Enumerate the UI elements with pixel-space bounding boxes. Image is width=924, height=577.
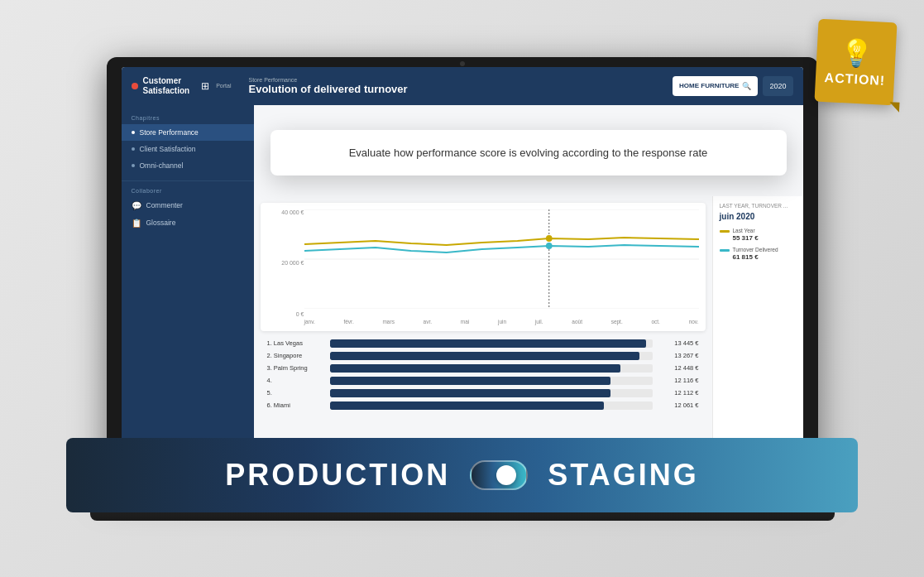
tooltip-text: Evaluate how performance score is evolvi… <box>349 147 708 159</box>
app-name-line2: Satisfaction <box>143 86 190 96</box>
bullet-icon <box>132 164 135 167</box>
legend-label-1: Turnover Delivered <box>733 247 778 253</box>
laptop-screen: Customer Satisfaction ⊞ Portal Store Per… <box>122 67 803 473</box>
bar-value-3: 12 448 € <box>658 364 699 372</box>
bar-value-4: 12 116 € <box>658 377 699 384</box>
legend-color-1 <box>720 249 730 252</box>
logo-area: Customer Satisfaction ⊞ Portal <box>132 76 239 96</box>
bar-fill-6 <box>330 401 605 410</box>
scene: PRODUCTION STAGING Customer Sa <box>0 0 924 577</box>
search-text: HOME FURNITURE <box>679 82 739 89</box>
right-panel-date: juin 2020 <box>720 212 797 221</box>
content-area: Evaluate how performance score is evolvi… <box>254 105 803 473</box>
page-subtitle: Store Performance <box>249 77 663 83</box>
bar-value-2: 13 267 € <box>658 352 699 359</box>
chart-svg <box>304 209 699 309</box>
bar-fill-5 <box>330 389 610 397</box>
bullet-icon <box>132 147 135 151</box>
action-badge: 💡 ACTION! <box>814 19 897 106</box>
app-main: Chapitres Store Performance Client Satis… <box>122 105 803 473</box>
bar-item-5: 5. 12 112 € <box>267 389 699 397</box>
chart-panel: 40 000 € 20 000 € 0 € <box>261 203 706 331</box>
toggle-track-big[interactable] <box>470 460 528 490</box>
chart-x-labels: janv. févr. mars avr. mai juin juil. aoû… <box>267 319 699 325</box>
staging-label-big: STAGING <box>548 458 698 493</box>
bar-track-3 <box>330 364 653 373</box>
chapitres-label: Chapitres <box>122 115 254 121</box>
app-ui: Customer Satisfaction ⊞ Portal Store Per… <box>122 67 803 473</box>
svg-point-5 <box>545 243 552 249</box>
sidebar: Chapitres Store Performance Client Satis… <box>122 105 254 473</box>
screen-bezel: Customer Satisfaction ⊞ Portal Store Per… <box>107 57 818 488</box>
prod-staging-big-banner: PRODUCTION STAGING <box>66 438 858 512</box>
tooltip-card: Evaluate how performance score is evolvi… <box>270 130 787 176</box>
legend-color-0 <box>720 230 730 233</box>
bar-item-6: 6. Miami 12 061 € <box>267 401 699 410</box>
bar-label-6: 6. Miami <box>267 401 325 409</box>
grid-icon: ⊞ <box>201 80 209 92</box>
bar-fill-1 <box>330 339 646 348</box>
legend-value-1: 61 815 € <box>733 253 778 261</box>
bar-label-3: 3. Palm Spring <box>267 364 325 372</box>
chart-container: 40 000 € 20 000 € 0 € <box>267 209 699 317</box>
bar-fill-2 <box>330 352 639 360</box>
action-text: ACTION! <box>824 70 885 89</box>
chart-section: 40 000 € 20 000 € 0 € <box>254 196 712 473</box>
sidebar-item-omni-channel[interactable]: Omni-channel <box>122 157 254 174</box>
portal-label: Portal <box>216 83 231 89</box>
app-header: Customer Satisfaction ⊞ Portal Store Per… <box>122 67 803 105</box>
bar-value-6: 12 061 € <box>658 401 699 409</box>
bar-value-5: 12 112 € <box>658 389 699 397</box>
legend-item-0: Last Year 55 317 € <box>720 228 797 242</box>
bar-track-4 <box>330 377 653 385</box>
bar-item-2: 2. Singapore 13 267 € <box>267 352 699 360</box>
camera <box>460 61 465 66</box>
glossaire-icon: 📋 <box>132 219 141 228</box>
sidebar-item-store-performance[interactable]: Store Performance <box>122 124 254 141</box>
bar-label-1: 1. Las Vegas <box>267 339 325 347</box>
sidebar-item-commenter[interactable]: 💬 Commenter <box>122 197 254 214</box>
bar-fill-4 <box>330 377 610 385</box>
bar-track-5 <box>330 389 653 397</box>
search-icon: 🔍 <box>742 82 751 90</box>
right-panel-header: LAST YEAR, TURNOVER ... <box>720 203 797 209</box>
chart-y-labels: 40 000 € 20 000 € 0 € <box>267 209 304 317</box>
comment-icon: 💬 <box>132 201 141 210</box>
app-title: Customer Satisfaction <box>143 76 190 96</box>
sidebar-item-glossaire[interactable]: 📋 Glossaire <box>122 214 254 232</box>
header-controls: HOME FURNITURE 🔍 2020 <box>673 76 792 96</box>
bar-fill-3 <box>330 364 620 373</box>
logo-dot <box>132 83 138 89</box>
bar-label-4: 4. <box>267 377 325 384</box>
bar-label-5: 5. <box>267 389 325 397</box>
bar-track-6 <box>330 401 653 410</box>
sidebar-divider <box>122 180 254 181</box>
app-name-line1: Customer <box>143 76 190 86</box>
bullet-icon <box>132 131 135 134</box>
chart-area <box>304 209 699 309</box>
bar-label-2: 2. Singapore <box>267 352 325 359</box>
bar-item-3: 3. Palm Spring 12 448 € <box>267 364 699 373</box>
page-title: Evolution of delivered turnover <box>249 83 663 95</box>
collaborer-label: Collaborer <box>122 188 254 194</box>
bar-track-2 <box>330 352 653 360</box>
legend-label-0: Last Year <box>733 228 759 234</box>
page-info: Store Performance Evolution of delivered… <box>249 77 663 95</box>
production-label-big: PRODUCTION <box>225 458 450 493</box>
toggle-thumb-big <box>496 465 516 485</box>
bar-value-1: 13 445 € <box>658 339 699 347</box>
year-selector[interactable]: 2020 <box>763 76 792 96</box>
bar-item-1: 1. Las Vegas 13 445 € <box>267 339 699 348</box>
legend-item-1: Turnover Delivered 61 815 € <box>720 247 797 261</box>
bar-list: 1. Las Vegas 13 445 € 2. Singapore 13 26… <box>261 336 706 417</box>
right-panel: LAST YEAR, TURNOVER ... juin 2020 Last Y… <box>712 196 803 473</box>
lightbulb-icon: 💡 <box>839 36 874 70</box>
search-pill[interactable]: HOME FURNITURE 🔍 <box>673 76 758 96</box>
bar-item-4: 4. 12 116 € <box>267 377 699 385</box>
bar-track-1 <box>330 339 653 348</box>
sidebar-item-client-satisfaction[interactable]: Client Satisfaction <box>122 141 254 157</box>
svg-point-4 <box>545 235 552 242</box>
legend-value-0: 55 317 € <box>733 234 759 242</box>
